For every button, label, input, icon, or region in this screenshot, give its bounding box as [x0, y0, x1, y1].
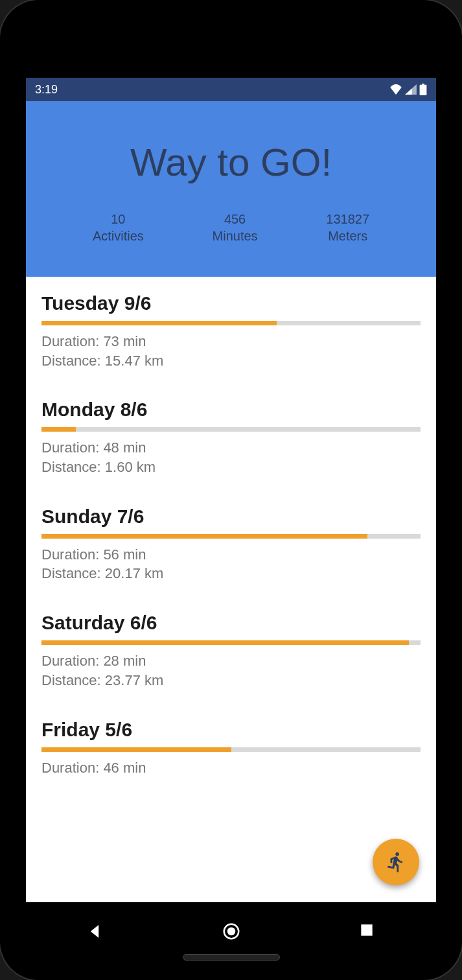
progress-fill: [41, 427, 76, 432]
nav-back-button[interactable]: [85, 922, 104, 941]
stat-label: Meters: [326, 228, 369, 244]
activity-item[interactable]: Tuesday 9/6 Duration: 73 min Distance: 1…: [26, 277, 436, 383]
stats-row: 10 Activities 456 Minutes 131827 Meters: [39, 211, 423, 244]
header-title: Way to GO!: [39, 140, 423, 185]
nav-recent-button[interactable]: [358, 922, 378, 941]
activity-title: Tuesday 9/6: [41, 292, 421, 314]
activity-distance: Distance: 1.60 km: [41, 458, 421, 477]
activity-item[interactable]: Sunday 7/6 Duration: 56 min Distance: 20…: [26, 490, 436, 596]
activity-title: Saturday 6/6: [41, 612, 421, 634]
stat-value: 10: [93, 211, 144, 228]
activity-duration: Duration: 46 min: [41, 758, 421, 778]
start-activity-fab[interactable]: [373, 839, 419, 885]
activity-duration: Duration: 73 min: [41, 332, 421, 351]
screen: 3:19 Way to GO! 10 Activities 456 Mi: [26, 78, 436, 902]
activity-duration: Duration: 56 min: [41, 545, 421, 565]
runner-icon: [385, 851, 407, 873]
status-icons: [389, 84, 427, 95]
stat-value: 131827: [326, 211, 369, 228]
android-nav-bar: [26, 909, 436, 954]
progress-bar: [41, 321, 421, 325]
activity-duration: Duration: 48 min: [41, 438, 421, 458]
stat-label: Minutes: [213, 228, 258, 244]
progress-fill: [41, 747, 231, 752]
activity-item[interactable]: Friday 5/6 Duration: 46 min: [26, 703, 436, 791]
battery-icon: [419, 84, 427, 95]
stat-minutes: 456 Minutes: [213, 211, 258, 244]
activity-item[interactable]: Saturday 6/6 Duration: 28 min Distance: …: [26, 596, 436, 703]
activity-distance: Distance: 23.77 km: [41, 671, 421, 690]
signal-icon: [405, 84, 417, 95]
activity-title: Friday 5/6: [41, 719, 421, 741]
activity-distance: Distance: 15.47 km: [41, 351, 421, 371]
nav-home-button[interactable]: [222, 922, 241, 941]
activity-title: Monday 8/6: [41, 399, 421, 421]
stat-label: Activities: [93, 228, 144, 244]
svg-point-1: [227, 928, 235, 936]
svg-rect-2: [361, 924, 372, 935]
progress-fill: [41, 321, 277, 325]
progress-fill: [41, 640, 409, 645]
progress-bar: [41, 747, 421, 752]
activity-item[interactable]: Monday 8/6 Duration: 48 min Distance: 1.…: [26, 383, 436, 489]
progress-fill: [41, 534, 367, 539]
status-time: 3:19: [35, 83, 58, 97]
activity-list[interactable]: Tuesday 9/6 Duration: 73 min Distance: 1…: [26, 277, 436, 902]
activity-duration: Duration: 28 min: [41, 651, 421, 671]
activity-distance: Distance: 20.17 km: [41, 564, 421, 583]
speaker-bottom: [183, 954, 280, 961]
progress-bar: [41, 427, 421, 432]
activity-title: Sunday 7/6: [41, 506, 421, 528]
progress-bar: [41, 534, 421, 539]
header: Way to GO! 10 Activities 456 Minutes 131…: [26, 101, 436, 277]
device-frame: 3:19 Way to GO! 10 Activities 456 Mi: [0, 0, 462, 980]
stat-activities: 10 Activities: [93, 211, 144, 244]
wifi-icon: [389, 84, 402, 95]
device-inner: 3:19 Way to GO! 10 Activities 456 Mi: [13, 13, 449, 967]
status-bar: 3:19: [26, 78, 436, 101]
stat-meters: 131827 Meters: [326, 211, 369, 244]
progress-bar: [41, 640, 421, 645]
stat-value: 456: [213, 211, 258, 228]
